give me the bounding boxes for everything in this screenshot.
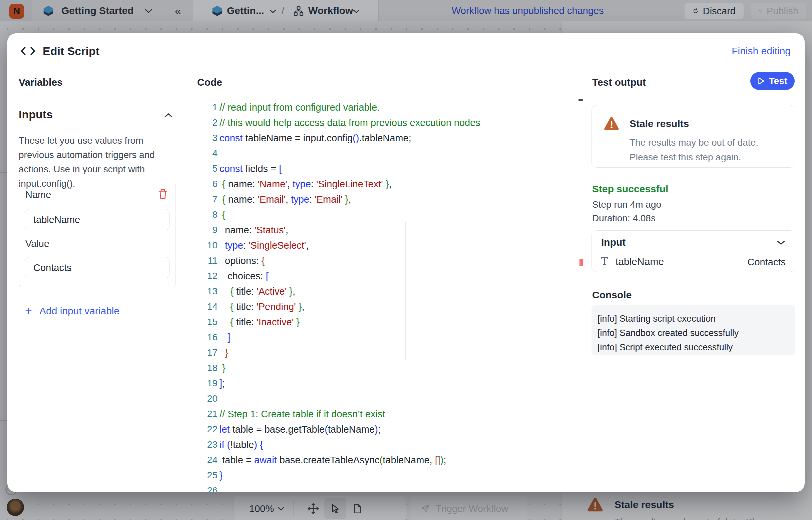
code-text: { title: 'Active' }, [220,286,295,297]
code-text: } [220,363,225,374]
line-number: 15 [187,317,218,327]
code-text: table = await base.createTableAsync(tabl… [220,455,446,466]
console-output: [info] Starting script execution[info] S… [591,305,795,355]
code-line-25[interactable]: 25} [187,468,583,483]
line-number: 6 [187,179,218,189]
divider [592,251,795,251]
scrollbar-thumb[interactable] [579,99,583,101]
screen: N Getting Started « Gettin... / Workflow [0,0,812,520]
value-field-label: Value [25,238,49,249]
code-line-16[interactable]: 16 ] [187,330,583,345]
code-icon [21,45,35,57]
line-number: 19 [187,378,218,389]
code-text: const fields = [ [220,163,281,174]
line-number: 16 [187,332,218,343]
line-number: 4 [187,148,218,159]
variables-panel-title: Variables [19,69,187,96]
line-number: 7 [187,194,218,205]
code-line-8[interactable]: 8 { [187,207,583,222]
chevron-down-icon[interactable] [776,239,786,246]
line-number: 3 [187,133,218,143]
code-text: let table = base.getTable(tableName); [220,424,380,435]
line-number: 11 [187,255,218,266]
code-text: { [220,209,225,220]
code-line-14[interactable]: 14 { title: 'Pending' }, [187,299,583,314]
variable-name-input[interactable] [25,209,170,230]
chevron-up-icon[interactable] [164,112,173,119]
finish-editing-button[interactable]: Finish editing [732,33,791,69]
line-number: 25 [187,470,218,481]
test-button[interactable]: Test [750,72,795,90]
input-variable-card: Name Value [19,183,176,287]
code-text: } [220,347,228,358]
code-line-6[interactable]: 6 { name: 'Name', type: 'SingleLineText'… [187,176,583,192]
input-variable-name: tableName [616,256,664,267]
code-line-18[interactable]: 18 } [187,360,583,376]
name-field-label: Name [25,189,51,200]
panel-divider [583,69,583,492]
input-section-title: Input [601,237,625,248]
play-icon [758,77,765,85]
code-line-7[interactable]: 7 { name: 'Email', type: 'Email' }, [187,192,583,207]
code-line-3[interactable]: 3const tableName = input.config().tableN… [187,130,583,146]
code-line-17[interactable]: 17 } [187,345,583,360]
inputs-section-title: Inputs [19,108,53,121]
line-number: 21 [187,409,218,419]
line-number: 20 [187,393,218,404]
line-number: 24 [187,455,218,465]
code-text: ]; [220,378,225,389]
line-number: 8 [187,209,218,220]
code-editor[interactable]: 1// read input from configured variable.… [187,96,583,492]
code-line-9[interactable]: 9 name: 'Status', [187,222,583,238]
code-text: { title: 'Pending' }, [220,301,304,312]
line-number: 26 [187,485,218,492]
code-line-21[interactable]: 21// Step 1: Create table if it doesn’t … [187,406,583,422]
code-line-13[interactable]: 13 { title: 'Active' }, [187,284,583,299]
line-number: 17 [187,347,218,358]
code-text: name: 'Status', [220,225,288,236]
overview-ruler-error-marker [580,259,583,266]
code-line-20[interactable]: 20 [187,391,583,406]
code-line-4[interactable]: 4 [187,146,583,161]
stale-results-card: Stale results The results may be out of … [591,105,795,168]
code-line-19[interactable]: 19]; [187,376,583,391]
code-line-26[interactable]: 26 [187,483,583,492]
line-number: 2 [187,117,218,128]
inputs-description: These let you use values from previous a… [19,133,170,191]
code-line-23[interactable]: 23if (!table) { [187,437,583,452]
code-line-12[interactable]: 12 choices: [ [187,268,583,284]
step-status: Step successful [592,183,668,195]
input-section-card: Input T tableName Contacts [591,230,795,272]
code-text: // this would help access data from prev… [220,117,481,128]
code-line-2[interactable]: 2// this would help access data from pre… [187,115,583,130]
trash-icon[interactable] [158,189,168,199]
code-text: { name: 'Name', type: 'SingleLineText' }… [220,179,392,190]
code-line-22[interactable]: 22let table = base.getTable(tableName); [187,422,583,437]
code-line-24[interactable]: 24 table = await base.createTableAsync(t… [187,452,583,468]
line-number: 12 [187,271,218,281]
line-number: 14 [187,301,218,312]
code-line-11[interactable]: 11 options: { [187,253,583,268]
code-text: { name: 'Email', type: 'Email' }, [220,194,351,205]
line-number: 1 [187,102,218,113]
code-line-10[interactable]: 10 type: 'SingleSelect', [187,238,583,253]
test-button-label: Test [769,76,788,86]
code-line-15[interactable]: 15 { title: 'Inactive' } [187,314,583,330]
code-panel-header: Code [187,69,583,96]
code-line-5[interactable]: 5const fields = [ [187,161,583,176]
code-text: choices: [ [220,271,269,282]
code-text: ] [220,332,230,343]
add-input-variable-button[interactable]: + Add input variable [25,304,119,318]
variable-value-input[interactable] [25,257,170,278]
warning-triangle-icon [604,116,619,131]
console-line: [info] Starting script execution [597,312,795,326]
code-text: options: { [220,255,265,266]
code-text: if (!table) { [220,439,263,450]
input-variable-value: Contacts [747,257,786,268]
step-run-time: Step run 4m ago [592,199,661,210]
code-text: // read input from configured variable. [220,102,380,113]
code-line-1[interactable]: 1// read input from configured variable. [187,100,583,115]
line-number: 23 [187,439,218,450]
code-panel-title: Code [197,69,583,96]
line-number: 9 [187,225,218,235]
